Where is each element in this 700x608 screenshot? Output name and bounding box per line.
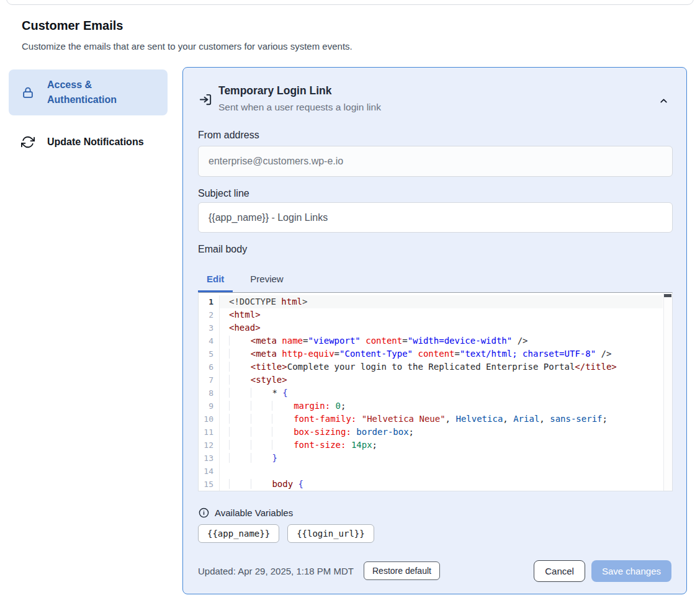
code-text: background-color: #ffffff; <box>220 491 429 491</box>
page-title: Customer Emails <box>22 19 123 33</box>
code-text: <style> <box>220 373 287 387</box>
email-body-tabs: Edit Preview <box>198 267 292 292</box>
code-line[interactable]: 2<html> <box>199 308 663 321</box>
previous-card-bottom-edge <box>6 0 694 5</box>
code-text: } <box>220 452 277 465</box>
lock-icon <box>9 86 47 99</box>
code-text: <head> <box>220 321 261 334</box>
code-line[interactable]: 14 <box>199 465 663 478</box>
collapse-panel-button[interactable] <box>655 92 671 109</box>
code-text: margin: 0; <box>220 400 346 413</box>
line-number: 2 <box>199 308 220 321</box>
code-line[interactable]: 15 body { <box>199 478 663 491</box>
info-icon <box>199 507 209 518</box>
line-number: 11 <box>199 426 220 439</box>
code-text: font-size: 14px; <box>220 439 377 452</box>
variable-chip[interactable]: {{login_url}} <box>287 524 374 543</box>
line-number: 14 <box>199 465 220 478</box>
code-line[interactable]: 5 <meta http-equiv="Content-Type" conten… <box>199 347 663 360</box>
line-number: 3 <box>199 321 220 334</box>
sidebar-item-label: Access & Authentication <box>47 78 168 107</box>
line-number: 6 <box>199 360 220 373</box>
code-line[interactable]: 16 background-color: #ffffff; <box>199 491 663 491</box>
available-variables-row: Available Variables <box>199 507 293 518</box>
code-line[interactable]: 1<!DOCTYPE html> <box>199 295 663 308</box>
line-number: 8 <box>199 387 220 400</box>
line-number: 12 <box>199 439 220 452</box>
code-text: <html> <box>220 308 261 321</box>
editor-scrollbar-track[interactable] <box>663 293 672 491</box>
code-text: box-sizing: border-box; <box>220 426 414 439</box>
cancel-button[interactable]: Cancel <box>534 560 585 582</box>
code-text: <!DOCTYPE html> <box>220 295 307 308</box>
line-number: 4 <box>199 334 220 347</box>
code-text: <meta name="viewport" content="width=dev… <box>220 334 528 347</box>
code-line[interactable]: 7 <style> <box>199 373 663 387</box>
chevron-up-icon <box>658 96 669 106</box>
available-variables-label: Available Variables <box>215 507 293 518</box>
code-line[interactable]: 12 font-size: 14px; <box>199 439 663 452</box>
line-number: 7 <box>199 373 220 387</box>
sidebar-item-access-authentication[interactable]: Access & Authentication <box>9 69 168 115</box>
tab-preview[interactable]: Preview <box>241 267 292 292</box>
page-subtitle: Customize the emails that are sent to yo… <box>22 41 352 51</box>
email-body-label: Email body <box>198 244 247 255</box>
line-number: 13 <box>199 452 220 465</box>
code-line[interactable]: 3<head> <box>199 321 663 334</box>
from-address-input[interactable] <box>198 146 673 177</box>
variable-chip[interactable]: {{app_name}} <box>198 524 279 543</box>
line-number: 10 <box>199 413 220 426</box>
code-line[interactable]: 9 margin: 0; <box>199 400 663 413</box>
tab-edit[interactable]: Edit <box>198 267 233 292</box>
panel-title: Temporary Login Link <box>218 84 331 97</box>
log-in-icon <box>199 92 213 107</box>
line-number: 15 <box>199 478 220 491</box>
subject-line-label: Subject line <box>198 188 249 199</box>
code-text: font-family: "Helvetica Neue", Helvetica… <box>220 413 608 426</box>
subject-line-input[interactable] <box>198 202 673 233</box>
code-line[interactable]: 10 font-family: "Helvetica Neue", Helvet… <box>199 413 663 426</box>
code-text: <title>Complete your login to the Replic… <box>220 360 617 373</box>
sidebar-item-update-notifications[interactable]: Update Notifications <box>9 127 168 157</box>
code-text: * { <box>220 387 288 400</box>
code-line[interactable]: 4 <meta name="viewport" content="width=d… <box>199 334 663 347</box>
line-number: 1 <box>199 295 220 308</box>
panel-subtitle: Sent when a user requests a login link <box>218 102 381 113</box>
line-number: 16 <box>199 491 220 491</box>
code-line[interactable]: 6 <title>Complete your login to the Repl… <box>199 360 663 373</box>
variable-chips: {{app_name}}{{login_url}} <box>198 524 374 543</box>
temporary-login-link-panel: Temporary Login Link Sent when a user re… <box>182 67 687 594</box>
from-address-label: From address <box>198 130 259 141</box>
panel-footer: Updated: Apr 29, 2025, 1:18 PM MDT Resto… <box>198 559 671 583</box>
line-number: 9 <box>199 400 220 413</box>
updated-timestamp: Updated: Apr 29, 2025, 1:18 PM MDT <box>198 566 354 576</box>
code-text: <meta http-equiv="Content-Type" content=… <box>220 347 611 360</box>
code-text: body { <box>220 478 303 491</box>
code-line[interactable]: 11 box-sizing: border-box; <box>199 426 663 439</box>
email-body-code-editor[interactable]: 1<!DOCTYPE html>2<html>3<head>4 <meta na… <box>198 292 673 491</box>
editor-scrollbar-thumb[interactable] <box>664 294 671 297</box>
refresh-icon <box>9 135 47 149</box>
save-changes-button[interactable]: Save changes <box>591 560 671 582</box>
code-text <box>220 465 229 478</box>
code-line[interactable]: 8 * { <box>199 387 663 400</box>
customer-emails-page: Customer Emails Customize the emails tha… <box>0 0 700 608</box>
code-line[interactable]: 13 } <box>199 452 663 465</box>
restore-default-button[interactable]: Restore default <box>364 561 440 580</box>
line-number: 5 <box>199 347 220 360</box>
code-lines: 1<!DOCTYPE html>2<html>3<head>4 <meta na… <box>199 295 663 491</box>
sidebar-item-label: Update Notifications <box>47 135 153 150</box>
